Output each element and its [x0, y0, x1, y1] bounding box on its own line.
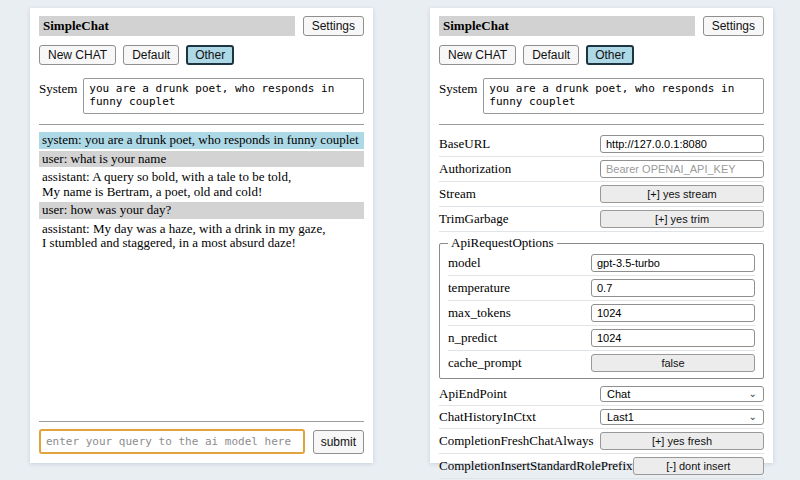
- app-title: SimpleChat: [39, 16, 295, 36]
- trimgarbage-toggle-button[interactable]: [+] yes trim: [600, 210, 764, 228]
- settings-panel: SimpleChat Settings New CHAT Default Oth…: [430, 8, 773, 463]
- baseurl-input[interactable]: [600, 135, 764, 153]
- setting-row-cache-prompt: cache_prompt false: [448, 351, 755, 375]
- chat-panel: SimpleChat Settings New CHAT Default Oth…: [30, 8, 373, 463]
- chat-history-in-ctxt-select[interactable]: Last1 ⌄: [600, 409, 764, 425]
- session-other-button[interactable]: Other: [186, 45, 234, 65]
- model-input[interactable]: [591, 254, 755, 272]
- chat-message-system: system: you are a drunk poet, who respon…: [39, 132, 364, 149]
- system-prompt-row: System you are a drunk poet, who respond…: [439, 78, 764, 114]
- panel-header: SimpleChat Settings: [439, 16, 764, 36]
- max-tokens-input[interactable]: [591, 304, 755, 322]
- chat-history-in-ctxt-label: ChatHistoryInCtxt: [439, 409, 600, 425]
- api-request-options-legend: ApiRequestOptions: [448, 235, 557, 251]
- setting-row-completion-insert-role-prefix: CompletionInsertStandardRolePrefix [-] d…: [439, 454, 764, 479]
- system-prompt-label: System: [439, 78, 477, 114]
- baseurl-label: BaseURL: [439, 136, 600, 152]
- setting-row-api-endpoint: ApiEndPoint Chat ⌄: [439, 383, 764, 406]
- cache-prompt-toggle-button[interactable]: false: [591, 354, 755, 372]
- api-request-options-fieldset: ApiRequestOptions model temperature max_…: [439, 235, 764, 379]
- n-predict-input[interactable]: [591, 329, 755, 347]
- session-buttons: New CHAT Default Other: [439, 45, 764, 65]
- temperature-input[interactable]: [591, 279, 755, 297]
- setting-row-authorization: Authorization: [439, 157, 764, 182]
- authorization-input[interactable]: [600, 160, 764, 178]
- authorization-label: Authorization: [439, 161, 600, 177]
- query-row: submit: [39, 429, 364, 454]
- api-endpoint-label: ApiEndPoint: [439, 386, 600, 402]
- system-prompt-row: System you are a drunk poet, who respond…: [39, 78, 364, 114]
- page: SimpleChat Settings New CHAT Default Oth…: [0, 0, 800, 463]
- system-prompt-label: System: [39, 78, 77, 114]
- chat-message-assistant: assistant: My day was a haze, with a dri…: [39, 221, 364, 252]
- setting-row-completion-fresh-chat: CompletionFreshChatAlways [+] yes fresh: [439, 429, 764, 454]
- session-default-button[interactable]: Default: [523, 45, 579, 65]
- chat-message-user: user: what is your name: [39, 151, 364, 168]
- model-label: model: [448, 255, 591, 271]
- panel-header: SimpleChat Settings: [39, 16, 364, 36]
- spacer: [39, 254, 364, 417]
- completion-fresh-chat-label: CompletionFreshChatAlways: [439, 433, 600, 449]
- settings-list: BaseURL Authorization Stream [+] yes str…: [439, 132, 764, 479]
- setting-row-max-tokens: max_tokens: [448, 301, 755, 326]
- n-predict-label: n_predict: [448, 330, 591, 346]
- completion-insert-role-prefix-toggle-button[interactable]: [-] dont insert: [633, 457, 764, 475]
- session-default-button[interactable]: Default: [123, 45, 179, 65]
- setting-row-temperature: temperature: [448, 276, 755, 301]
- chevron-down-icon: ⌄: [749, 389, 757, 399]
- session-buttons: New CHAT Default Other: [39, 45, 364, 65]
- stream-toggle-button[interactable]: [+] yes stream: [600, 185, 764, 203]
- cache-prompt-label: cache_prompt: [448, 355, 591, 371]
- setting-row-baseurl: BaseURL: [439, 132, 764, 157]
- settings-button[interactable]: Settings: [703, 16, 764, 36]
- divider: [39, 124, 364, 125]
- setting-row-n-predict: n_predict: [448, 326, 755, 351]
- chevron-down-icon: ⌄: [749, 412, 757, 422]
- query-input[interactable]: [39, 429, 305, 454]
- system-prompt-input[interactable]: you are a drunk poet, who responds in fu…: [483, 78, 764, 114]
- new-chat-button[interactable]: New CHAT: [39, 45, 116, 65]
- chat-message-user: user: how was your day?: [39, 202, 364, 219]
- divider: [39, 421, 364, 422]
- app-title: SimpleChat: [439, 16, 695, 36]
- chat-message-assistant: assistant: A query so bold, with a tale …: [39, 169, 364, 200]
- new-chat-button[interactable]: New CHAT: [439, 45, 516, 65]
- temperature-label: temperature: [448, 280, 591, 296]
- setting-row-chat-history-in-ctxt: ChatHistoryInCtxt Last1 ⌄: [439, 406, 764, 429]
- divider: [439, 124, 764, 125]
- completion-fresh-chat-toggle-button[interactable]: [+] yes fresh: [600, 432, 764, 450]
- completion-insert-role-prefix-label: CompletionInsertStandardRolePrefix: [439, 458, 633, 474]
- session-other-button[interactable]: Other: [586, 45, 634, 65]
- chat-messages: system: you are a drunk poet, who respon…: [39, 132, 364, 254]
- stream-label: Stream: [439, 186, 600, 202]
- setting-row-trimgarbage: TrimGarbage [+] yes trim: [439, 207, 764, 232]
- api-endpoint-select[interactable]: Chat ⌄: [600, 386, 764, 402]
- api-endpoint-value: Chat: [607, 388, 630, 400]
- system-prompt-input[interactable]: you are a drunk poet, who responds in fu…: [83, 78, 364, 114]
- setting-row-stream: Stream [+] yes stream: [439, 182, 764, 207]
- trimgarbage-label: TrimGarbage: [439, 211, 600, 227]
- max-tokens-label: max_tokens: [448, 305, 591, 321]
- chat-history-in-ctxt-value: Last1: [607, 411, 634, 423]
- setting-row-model: model: [448, 251, 755, 276]
- submit-button[interactable]: submit: [313, 430, 364, 454]
- settings-button[interactable]: Settings: [303, 16, 364, 36]
